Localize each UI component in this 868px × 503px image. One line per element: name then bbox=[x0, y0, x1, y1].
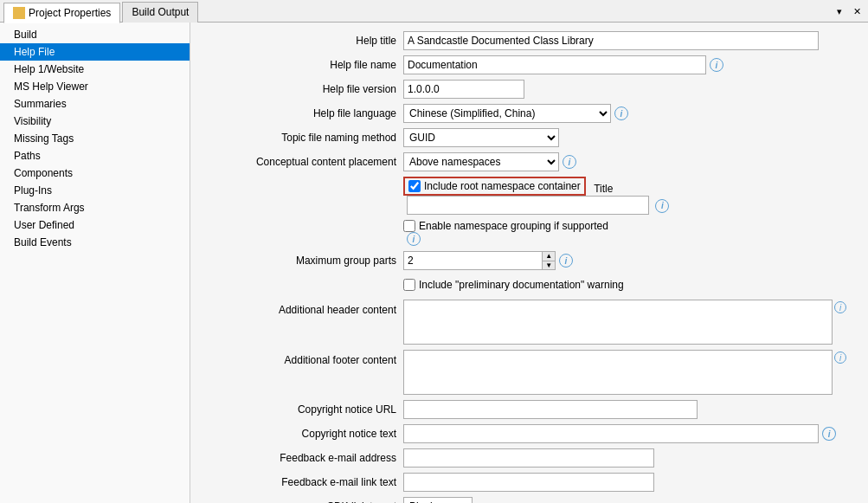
tab-project-properties-label: Project Properties bbox=[29, 7, 111, 19]
sdk-link-select[interactable]: BlankSelfTopParent bbox=[403, 497, 473, 503]
include-preliminary-checkbox-label: Include "preliminary documentation" warn… bbox=[403, 279, 836, 291]
enable-namespace-grouping-row: Enable namespace grouping if supported i bbox=[204, 220, 854, 246]
enable-namespace-grouping-label: Enable namespace grouping if supported bbox=[419, 220, 608, 232]
sidebar-item-components[interactable]: Components bbox=[0, 164, 190, 182]
feedback-link-control bbox=[403, 473, 836, 492]
max-group-parts-row: Maximum group parts ▲ ▼ i bbox=[204, 251, 854, 270]
copyright-text-control: i bbox=[403, 424, 836, 443]
help-file-language-label: Help file language bbox=[204, 106, 403, 121]
include-root-namespace-checkbox[interactable] bbox=[408, 180, 421, 192]
sidebar-item-visibility[interactable]: Visibility bbox=[0, 113, 190, 130]
conceptual-content-row: Conceptual content placement Above names… bbox=[204, 152, 854, 171]
additional-footer-info-icon[interactable]: i bbox=[834, 351, 846, 364]
copyright-text-info-icon[interactable]: i bbox=[822, 427, 836, 441]
conceptual-content-info-icon[interactable]: i bbox=[563, 155, 576, 169]
close-button[interactable]: ✕ bbox=[849, 4, 865, 20]
help-title-input[interactable] bbox=[403, 31, 819, 50]
help-file-version-control bbox=[403, 80, 836, 99]
help-file-language-info-icon[interactable]: i bbox=[614, 106, 628, 120]
additional-footer-scrollbar: i bbox=[833, 350, 848, 364]
include-preliminary-row: Include "preliminary documentation" warn… bbox=[204, 275, 854, 294]
enable-namespace-grouping-control: Enable namespace grouping if supported i bbox=[403, 220, 836, 246]
additional-footer-input[interactable] bbox=[403, 350, 833, 395]
additional-footer-label: Additional footer content bbox=[204, 350, 403, 368]
copyright-text-label: Copyright notice text bbox=[204, 427, 403, 442]
include-preliminary-checkbox[interactable] bbox=[403, 279, 415, 291]
sidebar-item-help-file[interactable]: Help File bbox=[0, 43, 190, 61]
max-group-parts-label: Maximum group parts bbox=[204, 254, 403, 268]
help-title-control bbox=[403, 31, 836, 50]
conceptual-content-label: Conceptual content placement bbox=[204, 155, 403, 170]
feedback-email-input[interactable] bbox=[403, 448, 654, 468]
max-group-parts-control: ▲ ▼ i bbox=[403, 251, 836, 270]
additional-header-row: Additional header content i bbox=[204, 300, 854, 345]
additional-header-input[interactable] bbox=[403, 300, 833, 345]
help-file-name-control: i bbox=[403, 55, 836, 74]
sdk-link-control: BlankSelfTopParent bbox=[403, 497, 836, 503]
sidebar-item-transform-args[interactable]: Transform Args bbox=[0, 199, 190, 216]
additional-header-info-icon[interactable]: i bbox=[834, 301, 846, 313]
title-input[interactable] bbox=[407, 196, 649, 215]
include-root-namespace-highlighted: Include root namespace container bbox=[403, 177, 586, 196]
additional-header-label: Additional header content bbox=[204, 300, 403, 318]
enable-namespace-grouping-checkbox-label: Enable namespace grouping if supported bbox=[403, 220, 836, 232]
sdk-link-label: SDK link target bbox=[204, 500, 403, 503]
sidebar-item-missing-tags[interactable]: Missing Tags bbox=[0, 130, 190, 147]
additional-header-scrollbar: i bbox=[833, 300, 848, 313]
help-file-name-input[interactable] bbox=[403, 55, 706, 74]
tab-build-output[interactable]: Build Output bbox=[122, 2, 198, 23]
sidebar-item-build-events[interactable]: Build Events bbox=[0, 234, 190, 251]
sidebar-item-summaries[interactable]: Summaries bbox=[0, 95, 190, 113]
feedback-email-control bbox=[403, 448, 836, 468]
title-label-text: Title bbox=[594, 183, 613, 195]
copyright-text-row: Copyright notice text i bbox=[204, 424, 854, 443]
spinner-up-button[interactable]: ▲ bbox=[543, 252, 555, 261]
additional-footer-wrapper: i bbox=[403, 350, 850, 395]
feedback-email-row: Feedback e-mail address bbox=[204, 448, 854, 468]
copyright-url-input[interactable] bbox=[403, 400, 698, 419]
sidebar-item-paths[interactable]: Paths bbox=[0, 147, 190, 164]
main-content: Build Help File Help 1/Website MS Help V… bbox=[0, 23, 868, 503]
help-file-version-input[interactable] bbox=[403, 80, 524, 99]
include-preliminary-control: Include "preliminary documentation" warn… bbox=[403, 279, 836, 291]
sidebar-item-ms-help-viewer[interactable]: MS Help Viewer bbox=[0, 78, 190, 95]
topic-naming-control: GUIDMember nameHashed member name bbox=[403, 128, 836, 147]
sidebar-item-plug-ins[interactable]: Plug-Ins bbox=[0, 182, 190, 199]
project-icon bbox=[13, 7, 25, 19]
sidebar-item-help-1-website[interactable]: Help 1/Website bbox=[0, 61, 190, 78]
title-info-icon[interactable]: i bbox=[655, 199, 669, 213]
copyright-url-label: Copyright notice URL bbox=[204, 403, 403, 417]
conceptual-content-select[interactable]: Above namespacesBelow namespaces bbox=[403, 152, 559, 171]
include-root-namespace-row: Include root namespace container Title i bbox=[204, 177, 854, 215]
sidebar-item-user-defined[interactable]: User Defined bbox=[0, 216, 190, 234]
max-group-parts-info-icon[interactable]: i bbox=[559, 254, 573, 268]
help-file-language-control: Chinese (Simplified, China) i bbox=[403, 104, 836, 123]
help-file-name-label: Help file name bbox=[204, 58, 403, 73]
topic-naming-label: Topic file naming method bbox=[204, 131, 403, 145]
help-file-name-row: Help file name i bbox=[204, 55, 854, 74]
feedback-link-input[interactable] bbox=[403, 473, 654, 492]
enable-namespace-grouping-info-icon[interactable]: i bbox=[407, 232, 421, 246]
copyright-url-control bbox=[403, 400, 836, 419]
help-file-language-select[interactable]: Chinese (Simplified, China) bbox=[403, 104, 611, 123]
conceptual-content-control: Above namespacesBelow namespaces i bbox=[403, 152, 836, 171]
help-file-language-row: Help file language Chinese (Simplified, … bbox=[204, 104, 854, 123]
feedback-link-row: Feedback e-mail link text bbox=[204, 473, 854, 492]
topic-naming-select[interactable]: GUIDMember nameHashed member name bbox=[403, 128, 559, 147]
sidebar: Build Help File Help 1/Website MS Help V… bbox=[0, 23, 190, 503]
pin-button[interactable]: ▾ bbox=[832, 4, 847, 20]
enable-namespace-grouping-checkbox[interactable] bbox=[403, 220, 415, 232]
include-root-namespace-checkbox-label: Include root namespace container bbox=[408, 180, 581, 192]
help-file-name-info-icon[interactable]: i bbox=[710, 58, 723, 72]
spinner-down-button[interactable]: ▼ bbox=[543, 261, 555, 270]
help-file-version-label: Help file version bbox=[204, 82, 403, 97]
copyright-text-input[interactable] bbox=[403, 424, 819, 443]
form-area: Help title Help file name i Help file ve… bbox=[190, 23, 868, 503]
additional-footer-row: Additional footer content i bbox=[204, 350, 854, 395]
max-group-parts-spinner: ▲ ▼ bbox=[403, 251, 556, 270]
tab-project-properties[interactable]: Project Properties bbox=[3, 3, 120, 23]
include-root-namespace-label: Include root namespace container bbox=[424, 180, 581, 192]
max-group-parts-input[interactable] bbox=[403, 251, 543, 270]
sidebar-item-build[interactable]: Build bbox=[0, 26, 190, 43]
include-root-namespace-control: Include root namespace container Title i bbox=[403, 177, 836, 215]
